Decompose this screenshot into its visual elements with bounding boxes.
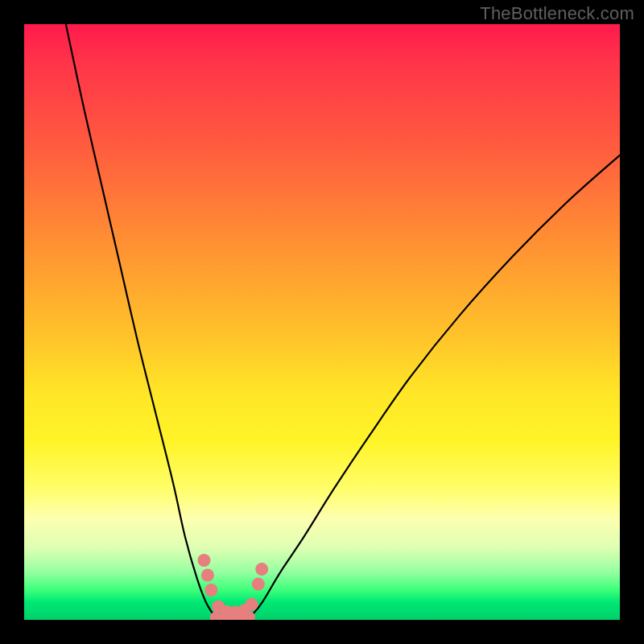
curve-right (250, 155, 620, 617)
marker-dot (255, 563, 268, 576)
plot-frame (24, 24, 620, 620)
watermark-text: TheBottleneck.com (480, 3, 634, 24)
marker-dot (246, 598, 258, 611)
marker-dot (252, 578, 265, 591)
marker-dot (197, 554, 210, 567)
plot-overlay (24, 24, 620, 620)
curve-left (66, 24, 215, 617)
marker-dot (204, 584, 217, 597)
marker-dot (201, 569, 214, 582)
